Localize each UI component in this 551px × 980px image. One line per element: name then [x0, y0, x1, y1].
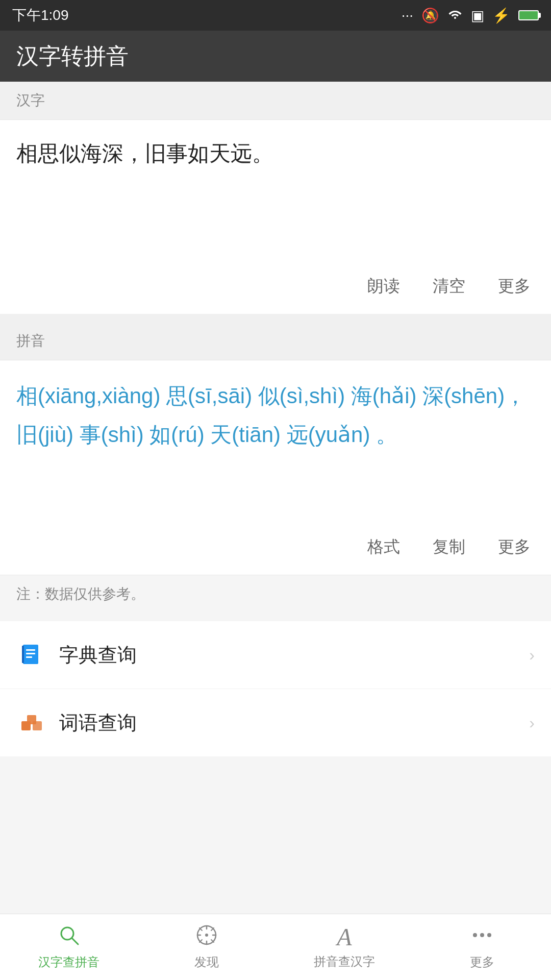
signal-icon: ···: [402, 7, 413, 23]
sim-icon: ▣: [471, 7, 484, 24]
nav-more[interactable]: 更多: [413, 914, 551, 980]
status-time: 下午1:09: [12, 6, 69, 25]
word-icon: [16, 707, 47, 738]
nav-pinyin[interactable]: A 拼音查汉字: [276, 914, 413, 980]
battery-icon: [518, 10, 539, 20]
nav-pinyin-label: 拼音查汉字: [314, 953, 375, 970]
nav-more-label: 更多: [470, 954, 494, 970]
note-text: 注：数据仅供参考。: [0, 575, 551, 613]
wifi-icon: [447, 7, 463, 23]
nav-discover-label: 发现: [194, 954, 219, 970]
card-section: 字典查询 › 词语查询 ›: [0, 621, 551, 756]
bottom-nav: 汉字查拼音 发现 A 拼音查汉字: [0, 914, 551, 980]
nav-hanzi-icon: [58, 924, 80, 950]
svg-rect-3: [26, 649, 35, 651]
dictionary-label: 字典查询: [59, 642, 529, 668]
pinyin-result: 相(xiāng,xiàng) 思(sī,sāi) 似(sì,shì) 海(hǎi…: [0, 360, 551, 524]
svg-rect-8: [27, 715, 36, 724]
input-section: 汉字 相思似海深，旧事如天远。 朗读 清空 更多: [0, 82, 551, 314]
title-bar: 汉字转拼音: [0, 31, 551, 82]
word-item[interactable]: 词语查询 ›: [0, 689, 551, 756]
nav-discover-icon: [195, 924, 218, 950]
svg-point-0: [454, 17, 456, 19]
svg-point-12: [205, 934, 208, 937]
page-title: 汉字转拼音: [16, 41, 129, 71]
status-icons: ··· 🔕 ▣ ⚡: [402, 7, 539, 24]
pinyin-more-button[interactable]: 更多: [494, 532, 535, 562]
dictionary-item[interactable]: 字典查询 ›: [0, 621, 551, 689]
pinyin-action-bar: 格式 复制 更多: [0, 524, 551, 575]
word-arrow: ›: [529, 714, 535, 732]
status-bar: 下午1:09 ··· 🔕 ▣ ⚡: [0, 0, 551, 31]
svg-point-22: [480, 933, 484, 937]
clear-button[interactable]: 清空: [429, 271, 469, 302]
svg-rect-2: [22, 646, 24, 663]
nav-hanzi[interactable]: 汉字查拼音: [0, 914, 138, 980]
input-action-bar: 朗读 清空 更多: [0, 263, 551, 314]
nav-discover[interactable]: 发现: [138, 914, 276, 980]
svg-point-23: [487, 933, 491, 937]
nav-pinyin-icon: A: [337, 925, 352, 949]
input-section-label: 汉字: [0, 82, 551, 120]
svg-point-21: [473, 933, 477, 937]
charging-icon: ⚡: [492, 7, 510, 24]
input-more-button[interactable]: 更多: [494, 271, 535, 302]
pinyin-section-label: 拼音: [0, 322, 551, 360]
svg-rect-4: [26, 653, 35, 654]
nav-hanzi-label: 汉字查拼音: [38, 954, 99, 970]
svg-rect-5: [26, 656, 32, 658]
pinyin-section: 拼音 相(xiāng,xiàng) 思(sī,sāi) 似(sì,shì) 海(…: [0, 322, 551, 613]
format-button[interactable]: 格式: [363, 532, 404, 562]
silent-icon: 🔕: [421, 7, 439, 24]
section-divider: [0, 314, 551, 322]
svg-line-10: [72, 938, 78, 944]
hanzi-input[interactable]: 相思似海深，旧事如天远。: [0, 120, 551, 263]
dictionary-icon: [16, 640, 47, 670]
dictionary-arrow: ›: [529, 646, 535, 665]
word-label: 词语查询: [59, 710, 529, 736]
copy-button[interactable]: 复制: [429, 532, 469, 562]
read-button[interactable]: 朗读: [363, 271, 404, 302]
nav-more-icon: [471, 924, 493, 950]
